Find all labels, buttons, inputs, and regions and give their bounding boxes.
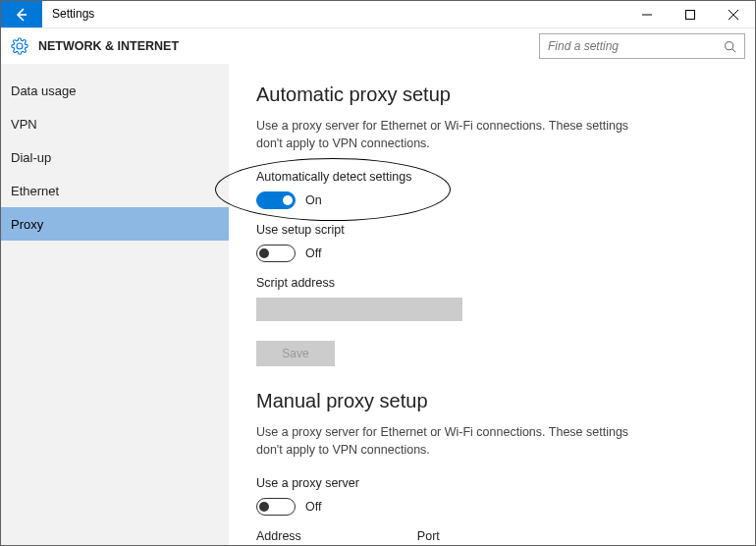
sidebar-item-dial-up[interactable]: Dial-up (1, 140, 229, 174)
sidebar-item-label: Proxy (11, 217, 43, 232)
back-button[interactable] (1, 1, 42, 27)
window-title: Settings (42, 1, 625, 27)
use-proxy-toggle[interactable] (256, 498, 296, 516)
use-script-state: Off (305, 246, 321, 260)
search-box[interactable] (539, 33, 745, 59)
svg-point-5 (726, 41, 733, 49)
settings-window: Settings NETWORK & INTERNET Data usage V… (0, 0, 756, 546)
page-header: NETWORK & INTERNET (1, 28, 755, 64)
svg-line-6 (732, 48, 735, 51)
arrow-left-icon (14, 7, 29, 23)
auto-detect-row: On (256, 191, 728, 209)
sidebar-item-label: Data usage (11, 83, 77, 98)
use-script-label: Use setup script (256, 223, 728, 237)
script-address-label: Script address (256, 276, 728, 290)
section-desc-manual: Use a proxy server for Ethernet or Wi-Fi… (256, 424, 649, 459)
script-address-input[interactable] (256, 298, 462, 321)
toggle-knob-icon (259, 248, 269, 258)
search-icon (724, 40, 736, 53)
address-label: Address (256, 529, 301, 543)
sidebar: Data usage VPN Dial-up Ethernet Proxy (1, 64, 229, 545)
section-title-manual: Manual proxy setup (256, 390, 728, 412)
titlebar: Settings (1, 1, 755, 28)
section-desc-auto: Use a proxy server for Ethernet or Wi-Fi… (256, 118, 649, 152)
minimize-button[interactable] (625, 1, 669, 27)
save-button[interactable]: Save (256, 341, 335, 366)
content-area: Automatic proxy setup Use a proxy server… (229, 64, 755, 545)
close-button[interactable] (712, 1, 755, 27)
sidebar-item-vpn[interactable]: VPN (1, 107, 229, 140)
sidebar-item-label: Dial-up (11, 150, 51, 165)
use-script-toggle[interactable] (256, 245, 296, 262)
window-controls (625, 1, 755, 27)
section-title-auto: Automatic proxy setup (256, 83, 728, 106)
body: Data usage VPN Dial-up Ethernet Proxy Au… (1, 64, 755, 545)
minimize-icon (642, 10, 652, 20)
sidebar-item-ethernet[interactable]: Ethernet (1, 174, 229, 207)
gear-icon (11, 37, 28, 55)
use-proxy-state: Off (305, 500, 321, 514)
sidebar-item-label: Ethernet (11, 184, 59, 198)
use-proxy-label: Use a proxy server (256, 476, 728, 490)
auto-detect-toggle[interactable] (256, 191, 296, 209)
toggle-knob-icon (283, 195, 293, 205)
maximize-button[interactable] (669, 1, 712, 27)
toggle-knob-icon (259, 502, 269, 512)
address-port-row: Address Port (256, 529, 728, 545)
close-icon (729, 10, 738, 20)
svg-rect-2 (686, 10, 695, 19)
port-label: Port (417, 529, 440, 543)
use-script-row: Off (256, 245, 728, 262)
sidebar-item-proxy[interactable]: Proxy (1, 207, 229, 241)
auto-detect-state: On (305, 193, 322, 207)
maximize-icon (685, 10, 695, 20)
use-proxy-row: Off (256, 498, 728, 516)
page-title: NETWORK & INTERNET (38, 39, 539, 53)
search-input[interactable] (548, 39, 724, 53)
sidebar-item-label: VPN (11, 117, 37, 132)
sidebar-item-data-usage[interactable]: Data usage (1, 74, 229, 107)
auto-detect-label: Automatically detect settings (256, 170, 728, 184)
